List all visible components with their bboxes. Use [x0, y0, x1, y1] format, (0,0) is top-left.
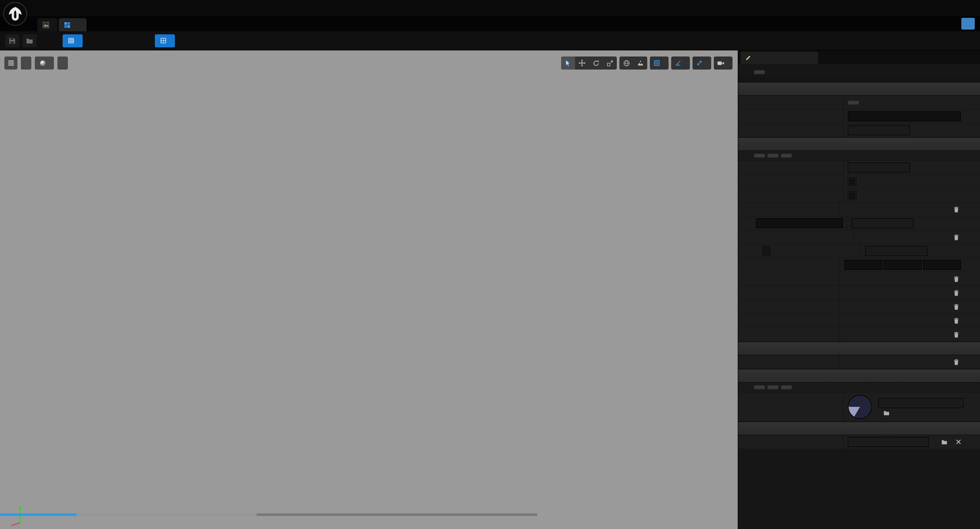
viewport-options-bar: [4, 57, 68, 70]
details-tab[interactable]: [741, 52, 818, 64]
viewport-menu-button[interactable]: [4, 57, 17, 70]
trash-icon[interactable]: [953, 206, 959, 213]
menu-bar: [34, 7, 106, 10]
reload-wfc-items-button[interactable]: [754, 70, 765, 74]
menu-window[interactable]: [70, 7, 82, 10]
trash-icon[interactable]: [953, 290, 959, 296]
title-bar: [0, 0, 980, 16]
trash-icon[interactable]: [953, 318, 959, 324]
auto-fill-empty-button[interactable]: [767, 153, 779, 158]
start-index-y-input[interactable]: [883, 260, 921, 270]
details-panel: [738, 50, 980, 529]
surface-snap-icon[interactable]: [633, 57, 647, 70]
minimize-icon[interactable]: [920, 0, 940, 16]
section-wfc-template[interactable]: [738, 369, 980, 383]
trash-icon[interactable]: [953, 359, 959, 365]
blueprint-grid-icon: [64, 22, 70, 28]
wfcgridmanager-source-row: [738, 435, 980, 449]
show-flags-button[interactable]: [57, 57, 68, 70]
unreal-editor-window: [0, 0, 980, 529]
index-0-row: [738, 244, 980, 258]
start-index-x-input[interactable]: [844, 260, 882, 270]
start-index-z-input[interactable]: [923, 260, 961, 270]
level-icon: [43, 22, 49, 28]
video-progress-bar[interactable]: [0, 513, 537, 516]
template-asset-thumbnail[interactable]: [848, 395, 872, 419]
debug-index-input[interactable]: [848, 111, 961, 121]
wfctemplate-row: [738, 393, 980, 422]
index-label: [763, 246, 770, 256]
lit-button[interactable]: [35, 57, 54, 70]
load-from-template-button[interactable]: [767, 385, 779, 389]
browse-to-asset-icon[interactable]: [883, 410, 890, 416]
unreal-logo-icon[interactable]: [3, 2, 27, 26]
select-tool-button[interactable]: [561, 57, 575, 70]
move-tool-button[interactable]: [575, 57, 589, 70]
lit-sphere-icon: [40, 60, 46, 66]
tab-wfclevel[interactable]: [37, 18, 57, 31]
reload-row: [738, 64, 980, 77]
debug-type-dropdown[interactable]: [848, 125, 910, 135]
save-to-template-button[interactable]: [781, 385, 792, 389]
save-icon[interactable]: [5, 34, 19, 47]
use-frequence-checkbox[interactable]: [848, 191, 856, 200]
menu-tools[interactable]: [83, 7, 94, 10]
template-asset-dropdown[interactable]: [878, 398, 963, 408]
section-wfc-generate[interactable]: [738, 137, 980, 151]
trash-icon[interactable]: [953, 332, 959, 338]
generate-item-button[interactable]: [781, 153, 792, 158]
analyse-button[interactable]: [754, 153, 765, 158]
debug-index-row: [738, 110, 980, 123]
map-element-row: [738, 216, 980, 230]
main-area: [0, 50, 980, 529]
generate-step-row: [738, 175, 980, 189]
section-wfc-grid[interactable]: [738, 422, 980, 435]
scale-tool-button[interactable]: [603, 57, 617, 70]
map-key-input[interactable]: [756, 218, 843, 228]
show-decorations-button[interactable]: [155, 34, 175, 47]
replace-map-row: [738, 203, 980, 216]
show-grid-button[interactable]: [63, 34, 83, 47]
trash-icon[interactable]: [953, 276, 959, 282]
maximize-icon[interactable]: [940, 0, 960, 16]
section-wfc-itme[interactable]: [738, 342, 980, 355]
menu-edit[interactable]: [46, 7, 57, 10]
template-buttons-row: [738, 383, 980, 393]
generate-step-checkbox[interactable]: [848, 177, 856, 186]
gridmanager-source-dropdown[interactable]: [848, 437, 929, 447]
generate-type-row: [738, 161, 980, 175]
debug-show-button[interactable]: [848, 100, 859, 105]
browse-to-actor-icon[interactable]: [941, 439, 947, 445]
angle-snap-icon[interactable]: [671, 57, 685, 70]
close-icon[interactable]: [960, 0, 980, 16]
start-index-row: [738, 258, 980, 272]
menu-file[interactable]: [34, 7, 45, 10]
camera-speed-icon[interactable]: [714, 57, 728, 70]
generate-type-dropdown[interactable]: [848, 163, 910, 173]
viewport-transform-toolbar: [561, 57, 732, 70]
members-dropdown[interactable]: [851, 218, 913, 228]
menu-asset[interactable]: [58, 7, 70, 10]
use-frequence-row: [738, 189, 980, 203]
video-progress-fill: [0, 513, 77, 516]
rotate-tool-button[interactable]: [589, 57, 603, 70]
clear-all-button[interactable]: [754, 385, 765, 389]
section-wfc-debug[interactable]: [738, 82, 980, 96]
perspective-button[interactable]: [21, 57, 31, 70]
clear-reference-icon[interactable]: [956, 439, 961, 444]
help-button[interactable]: [961, 18, 975, 30]
index-value-dropdown[interactable]: [865, 246, 927, 256]
browse-icon[interactable]: [23, 34, 37, 47]
menu-help[interactable]: [95, 7, 106, 10]
trash-icon[interactable]: [953, 304, 959, 310]
tab-newwfcrolesmanager[interactable]: [59, 18, 87, 31]
grid-snap-icon[interactable]: [650, 57, 664, 70]
tab-bar: [0, 16, 980, 31]
world-coordinate-icon[interactable]: [619, 57, 633, 70]
pencil-icon: [745, 55, 751, 61]
scale-snap-icon[interactable]: [692, 57, 706, 70]
wfcitem-classes-row: [738, 355, 980, 369]
current-frequence-row: [738, 314, 980, 328]
rotations-index-row: [738, 286, 980, 300]
trash-icon[interactable]: [953, 234, 959, 240]
